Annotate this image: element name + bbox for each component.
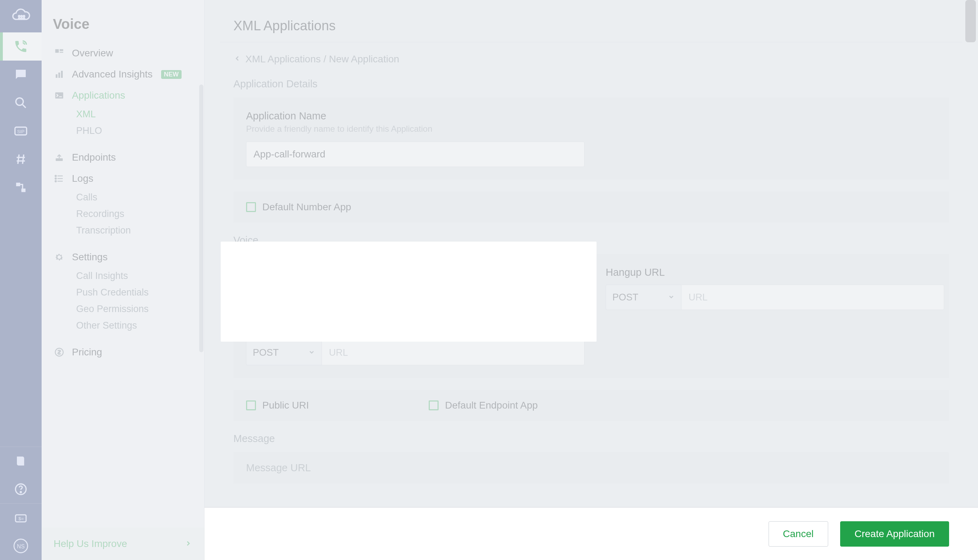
section-application-details: Application Details xyxy=(233,78,949,90)
default-number-checkbox-row[interactable]: Default Number App xyxy=(246,202,936,213)
app-name-help: Provide a friendly name to identify this… xyxy=(246,124,936,134)
nav-logs[interactable]: Logs xyxy=(42,168,204,189)
flow-icon xyxy=(14,180,28,194)
nav-push-credentials[interactable]: Push Credentials xyxy=(42,284,204,301)
voice-flags-row: Public URI Default Endpoint App xyxy=(246,400,936,411)
primary-combo: POST xyxy=(246,285,585,310)
svg-rect-21 xyxy=(59,73,60,78)
message-url-label: Message URL xyxy=(246,462,936,474)
bars-icon xyxy=(53,69,65,80)
rail-billing[interactable]: $= xyxy=(0,503,42,532)
primary-method-value: POST xyxy=(253,292,279,303)
nav-overview[interactable]: Overview xyxy=(42,43,204,64)
app-name-label: Application Name xyxy=(246,110,936,122)
rail-voice[interactable] xyxy=(0,32,42,61)
nav-transcription[interactable]: Transcription xyxy=(42,222,204,239)
nav-other-settings[interactable]: Other Settings xyxy=(42,317,204,334)
svg-point-4 xyxy=(21,18,22,19)
gear-icon xyxy=(53,252,65,262)
svg-rect-24 xyxy=(56,158,63,161)
nav-phlo[interactable]: PHLO xyxy=(42,123,204,139)
primary-url-input[interactable] xyxy=(321,285,585,310)
fallback-method-select[interactable]: POST xyxy=(246,340,321,365)
fallback-method-value: POST xyxy=(253,347,279,358)
fallback-combo: POST xyxy=(246,340,585,365)
svg-point-0 xyxy=(18,15,20,17)
nav-applications-label: Applications xyxy=(72,90,125,101)
sip-icon: SIP xyxy=(13,123,28,139)
nav-settings-label: Settings xyxy=(72,252,107,263)
rail-help[interactable] xyxy=(0,475,42,503)
icon-rail: SIP $= NS xyxy=(0,0,42,560)
hash-icon xyxy=(14,152,28,166)
nav-insights[interactable]: Advanced Insights NEW xyxy=(42,64,204,85)
svg-rect-9 xyxy=(16,183,20,186)
public-uri-checkbox-row[interactable]: Public URI xyxy=(246,400,309,411)
nav-recordings[interactable]: Recordings xyxy=(42,206,204,222)
nav-pricing[interactable]: Pricing xyxy=(42,342,204,363)
default-endpoint-label: Default Endpoint App xyxy=(445,400,538,411)
checkbox-icon xyxy=(429,400,439,410)
rail-messaging[interactable] xyxy=(0,61,42,89)
url-row-top: Primary Answer URL POST Hangup URL xyxy=(246,267,936,310)
nav-overview-label: Overview xyxy=(72,48,113,59)
nav-geo-permissions[interactable]: Geo Permissions xyxy=(42,301,204,317)
help-label: Help Us Improve xyxy=(53,538,127,550)
svg-rect-22 xyxy=(61,71,63,78)
cloud-grid-icon xyxy=(11,7,30,26)
svg-rect-23 xyxy=(55,92,64,98)
main-scrollbar[interactable] xyxy=(965,0,976,42)
checkbox-icon xyxy=(246,202,256,212)
main-header: XML Applications xyxy=(204,0,978,42)
cancel-button[interactable]: Cancel xyxy=(769,521,828,547)
card-default-number: Default Number App xyxy=(233,192,949,223)
help-circle-icon xyxy=(14,482,28,496)
chevron-left-icon xyxy=(233,53,241,65)
nav-endpoints[interactable]: Endpoints xyxy=(42,147,204,168)
sidebar-scrollbar[interactable] xyxy=(199,85,204,352)
rail-org[interactable]: NS xyxy=(0,532,42,560)
svg-rect-20 xyxy=(56,74,57,78)
fallback-url-input[interactable] xyxy=(321,340,585,365)
hangup-method-select[interactable]: POST xyxy=(606,285,681,310)
nav-pricing-label: Pricing xyxy=(72,347,102,358)
secondary-sidebar: Voice Overview Advanced Insights NEW App… xyxy=(42,0,204,560)
create-application-button[interactable]: Create Application xyxy=(840,521,949,547)
nav-settings[interactable]: Settings xyxy=(42,247,204,268)
content: Application Details Application Name Pro… xyxy=(204,72,978,510)
svg-rect-19 xyxy=(60,52,63,53)
rail-numbers[interactable] xyxy=(0,145,42,173)
nav-calls[interactable]: Calls xyxy=(42,189,204,206)
rail-lookup[interactable] xyxy=(0,89,42,117)
svg-rect-18 xyxy=(60,49,63,51)
chevron-down-icon xyxy=(668,292,675,303)
rail-logo[interactable] xyxy=(0,0,42,32)
svg-point-5 xyxy=(23,18,25,19)
nav-xml[interactable]: XML xyxy=(42,106,204,123)
nav-call-insights[interactable]: Call Insights xyxy=(42,268,204,284)
svg-point-27 xyxy=(55,181,57,182)
default-endpoint-checkbox-row[interactable]: Default Endpoint App xyxy=(429,400,538,411)
rail-top-group: SIP xyxy=(0,0,42,202)
footer-bar: Cancel Create Application xyxy=(204,507,978,560)
card-app-name: Application Name Provide a friendly name… xyxy=(233,98,949,180)
rail-docs[interactable] xyxy=(0,447,42,475)
breadcrumb[interactable]: XML Applications / New Application xyxy=(204,42,978,72)
globe-search-icon xyxy=(13,95,28,110)
svg-text:NS: NS xyxy=(17,543,25,550)
nav-applications[interactable]: Applications xyxy=(42,85,204,106)
svg-point-26 xyxy=(55,178,57,179)
help-us-improve[interactable]: Help Us Improve xyxy=(42,528,204,560)
sidebar-title: Voice xyxy=(42,0,204,43)
rail-phlo[interactable] xyxy=(0,173,42,202)
hangup-label: Hangup URL xyxy=(606,267,944,278)
main-area: XML Applications XML Applications / New … xyxy=(204,0,978,560)
primary-method-select[interactable]: POST xyxy=(246,285,321,310)
primary-answer-label: Primary Answer URL xyxy=(246,267,585,278)
hangup-url-input[interactable] xyxy=(681,285,944,310)
app-name-input[interactable] xyxy=(246,142,585,167)
public-uri-label: Public URI xyxy=(262,400,309,411)
svg-point-1 xyxy=(21,15,22,17)
hangup-combo: POST xyxy=(606,285,944,310)
rail-sip[interactable]: SIP xyxy=(0,117,42,145)
